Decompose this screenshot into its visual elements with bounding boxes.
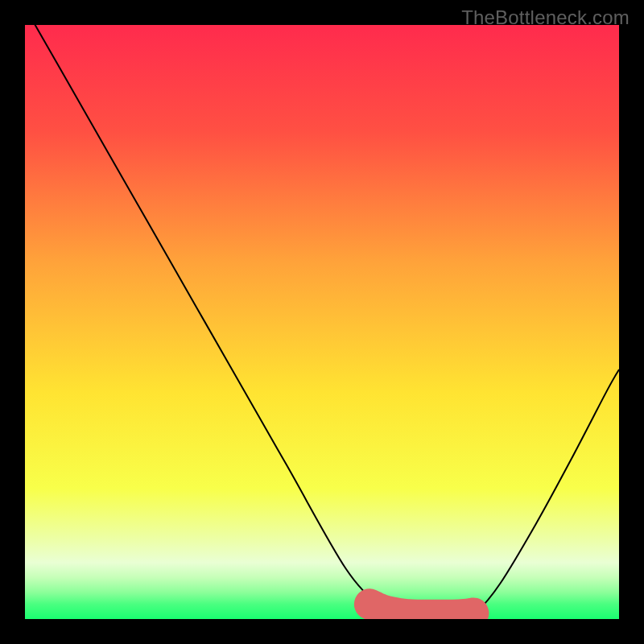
trough-marker (369, 605, 473, 615)
bottleneck-chart (25, 25, 619, 619)
